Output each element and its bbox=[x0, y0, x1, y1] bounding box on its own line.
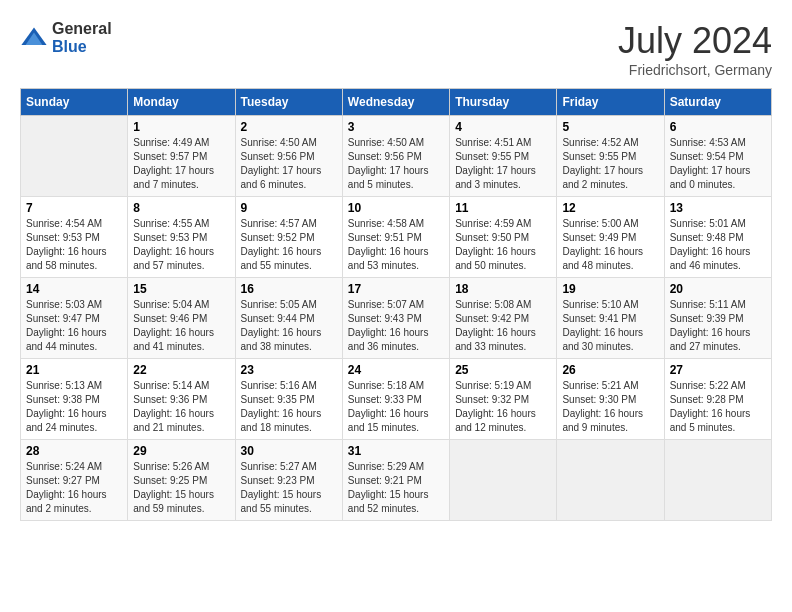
day-info: Sunrise: 5:00 AM Sunset: 9:49 PM Dayligh… bbox=[562, 217, 658, 273]
day-info: Sunrise: 5:01 AM Sunset: 9:48 PM Dayligh… bbox=[670, 217, 766, 273]
day-number: 14 bbox=[26, 282, 122, 296]
calendar-table: SundayMondayTuesdayWednesdayThursdayFrid… bbox=[20, 88, 772, 521]
day-number: 3 bbox=[348, 120, 444, 134]
calendar-cell: 12Sunrise: 5:00 AM Sunset: 9:49 PM Dayli… bbox=[557, 197, 664, 278]
day-number: 6 bbox=[670, 120, 766, 134]
day-info: Sunrise: 5:03 AM Sunset: 9:47 PM Dayligh… bbox=[26, 298, 122, 354]
calendar-cell: 29Sunrise: 5:26 AM Sunset: 9:25 PM Dayli… bbox=[128, 440, 235, 521]
day-info: Sunrise: 5:14 AM Sunset: 9:36 PM Dayligh… bbox=[133, 379, 229, 435]
day-info: Sunrise: 5:19 AM Sunset: 9:32 PM Dayligh… bbox=[455, 379, 551, 435]
day-number: 28 bbox=[26, 444, 122, 458]
day-number: 1 bbox=[133, 120, 229, 134]
day-number: 5 bbox=[562, 120, 658, 134]
calendar-cell: 4Sunrise: 4:51 AM Sunset: 9:55 PM Daylig… bbox=[450, 116, 557, 197]
day-info: Sunrise: 5:07 AM Sunset: 9:43 PM Dayligh… bbox=[348, 298, 444, 354]
day-info: Sunrise: 5:16 AM Sunset: 9:35 PM Dayligh… bbox=[241, 379, 337, 435]
day-info: Sunrise: 5:04 AM Sunset: 9:46 PM Dayligh… bbox=[133, 298, 229, 354]
calendar-cell: 10Sunrise: 4:58 AM Sunset: 9:51 PM Dayli… bbox=[342, 197, 449, 278]
day-number: 8 bbox=[133, 201, 229, 215]
day-number: 2 bbox=[241, 120, 337, 134]
day-info: Sunrise: 4:55 AM Sunset: 9:53 PM Dayligh… bbox=[133, 217, 229, 273]
location: Friedrichsort, Germany bbox=[618, 62, 772, 78]
logo-blue: Blue bbox=[52, 38, 112, 56]
day-number: 4 bbox=[455, 120, 551, 134]
weekday-header-sunday: Sunday bbox=[21, 89, 128, 116]
day-info: Sunrise: 4:57 AM Sunset: 9:52 PM Dayligh… bbox=[241, 217, 337, 273]
calendar-week-3: 14Sunrise: 5:03 AM Sunset: 9:47 PM Dayli… bbox=[21, 278, 772, 359]
day-number: 11 bbox=[455, 201, 551, 215]
calendar-cell: 23Sunrise: 5:16 AM Sunset: 9:35 PM Dayli… bbox=[235, 359, 342, 440]
weekday-header-saturday: Saturday bbox=[664, 89, 771, 116]
calendar-cell bbox=[450, 440, 557, 521]
calendar-cell: 14Sunrise: 5:03 AM Sunset: 9:47 PM Dayli… bbox=[21, 278, 128, 359]
calendar-cell: 2Sunrise: 4:50 AM Sunset: 9:56 PM Daylig… bbox=[235, 116, 342, 197]
day-number: 13 bbox=[670, 201, 766, 215]
calendar-cell: 27Sunrise: 5:22 AM Sunset: 9:28 PM Dayli… bbox=[664, 359, 771, 440]
calendar-cell: 28Sunrise: 5:24 AM Sunset: 9:27 PM Dayli… bbox=[21, 440, 128, 521]
day-number: 23 bbox=[241, 363, 337, 377]
day-info: Sunrise: 5:21 AM Sunset: 9:30 PM Dayligh… bbox=[562, 379, 658, 435]
calendar-cell: 18Sunrise: 5:08 AM Sunset: 9:42 PM Dayli… bbox=[450, 278, 557, 359]
day-info: Sunrise: 5:13 AM Sunset: 9:38 PM Dayligh… bbox=[26, 379, 122, 435]
weekday-header-tuesday: Tuesday bbox=[235, 89, 342, 116]
day-info: Sunrise: 4:50 AM Sunset: 9:56 PM Dayligh… bbox=[348, 136, 444, 192]
calendar-cell bbox=[664, 440, 771, 521]
calendar-week-5: 28Sunrise: 5:24 AM Sunset: 9:27 PM Dayli… bbox=[21, 440, 772, 521]
day-number: 17 bbox=[348, 282, 444, 296]
logo: General Blue bbox=[20, 20, 112, 55]
day-number: 22 bbox=[133, 363, 229, 377]
weekday-header-row: SundayMondayTuesdayWednesdayThursdayFrid… bbox=[21, 89, 772, 116]
logo-general: General bbox=[52, 20, 112, 38]
day-number: 16 bbox=[241, 282, 337, 296]
calendar-cell: 3Sunrise: 4:50 AM Sunset: 9:56 PM Daylig… bbox=[342, 116, 449, 197]
month-title: July 2024 bbox=[618, 20, 772, 62]
day-number: 9 bbox=[241, 201, 337, 215]
calendar-cell: 25Sunrise: 5:19 AM Sunset: 9:32 PM Dayli… bbox=[450, 359, 557, 440]
calendar-cell bbox=[557, 440, 664, 521]
title-block: July 2024 Friedrichsort, Germany bbox=[618, 20, 772, 78]
calendar-cell: 1Sunrise: 4:49 AM Sunset: 9:57 PM Daylig… bbox=[128, 116, 235, 197]
day-info: Sunrise: 4:50 AM Sunset: 9:56 PM Dayligh… bbox=[241, 136, 337, 192]
day-info: Sunrise: 4:59 AM Sunset: 9:50 PM Dayligh… bbox=[455, 217, 551, 273]
calendar-cell: 11Sunrise: 4:59 AM Sunset: 9:50 PM Dayli… bbox=[450, 197, 557, 278]
calendar-cell bbox=[21, 116, 128, 197]
calendar-cell: 13Sunrise: 5:01 AM Sunset: 9:48 PM Dayli… bbox=[664, 197, 771, 278]
logo-icon bbox=[20, 24, 48, 52]
day-number: 24 bbox=[348, 363, 444, 377]
calendar-cell: 21Sunrise: 5:13 AM Sunset: 9:38 PM Dayli… bbox=[21, 359, 128, 440]
calendar-cell: 20Sunrise: 5:11 AM Sunset: 9:39 PM Dayli… bbox=[664, 278, 771, 359]
day-info: Sunrise: 4:52 AM Sunset: 9:55 PM Dayligh… bbox=[562, 136, 658, 192]
day-info: Sunrise: 5:27 AM Sunset: 9:23 PM Dayligh… bbox=[241, 460, 337, 516]
day-number: 20 bbox=[670, 282, 766, 296]
calendar-cell: 9Sunrise: 4:57 AM Sunset: 9:52 PM Daylig… bbox=[235, 197, 342, 278]
calendar-cell: 31Sunrise: 5:29 AM Sunset: 9:21 PM Dayli… bbox=[342, 440, 449, 521]
day-info: Sunrise: 4:51 AM Sunset: 9:55 PM Dayligh… bbox=[455, 136, 551, 192]
calendar-cell: 6Sunrise: 4:53 AM Sunset: 9:54 PM Daylig… bbox=[664, 116, 771, 197]
day-number: 29 bbox=[133, 444, 229, 458]
day-info: Sunrise: 5:08 AM Sunset: 9:42 PM Dayligh… bbox=[455, 298, 551, 354]
calendar-cell: 24Sunrise: 5:18 AM Sunset: 9:33 PM Dayli… bbox=[342, 359, 449, 440]
weekday-header-wednesday: Wednesday bbox=[342, 89, 449, 116]
day-info: Sunrise: 5:26 AM Sunset: 9:25 PM Dayligh… bbox=[133, 460, 229, 516]
calendar-cell: 17Sunrise: 5:07 AM Sunset: 9:43 PM Dayli… bbox=[342, 278, 449, 359]
weekday-header-monday: Monday bbox=[128, 89, 235, 116]
day-info: Sunrise: 5:10 AM Sunset: 9:41 PM Dayligh… bbox=[562, 298, 658, 354]
day-number: 21 bbox=[26, 363, 122, 377]
calendar-cell: 5Sunrise: 4:52 AM Sunset: 9:55 PM Daylig… bbox=[557, 116, 664, 197]
day-number: 27 bbox=[670, 363, 766, 377]
day-number: 15 bbox=[133, 282, 229, 296]
day-number: 26 bbox=[562, 363, 658, 377]
day-number: 18 bbox=[455, 282, 551, 296]
day-info: Sunrise: 4:53 AM Sunset: 9:54 PM Dayligh… bbox=[670, 136, 766, 192]
day-number: 10 bbox=[348, 201, 444, 215]
calendar-week-1: 1Sunrise: 4:49 AM Sunset: 9:57 PM Daylig… bbox=[21, 116, 772, 197]
weekday-header-friday: Friday bbox=[557, 89, 664, 116]
page-header: General Blue July 2024 Friedrichsort, Ge… bbox=[20, 20, 772, 78]
day-info: Sunrise: 4:49 AM Sunset: 9:57 PM Dayligh… bbox=[133, 136, 229, 192]
day-info: Sunrise: 4:58 AM Sunset: 9:51 PM Dayligh… bbox=[348, 217, 444, 273]
weekday-header-thursday: Thursday bbox=[450, 89, 557, 116]
day-info: Sunrise: 5:11 AM Sunset: 9:39 PM Dayligh… bbox=[670, 298, 766, 354]
calendar-cell: 8Sunrise: 4:55 AM Sunset: 9:53 PM Daylig… bbox=[128, 197, 235, 278]
day-info: Sunrise: 5:24 AM Sunset: 9:27 PM Dayligh… bbox=[26, 460, 122, 516]
calendar-week-4: 21Sunrise: 5:13 AM Sunset: 9:38 PM Dayli… bbox=[21, 359, 772, 440]
